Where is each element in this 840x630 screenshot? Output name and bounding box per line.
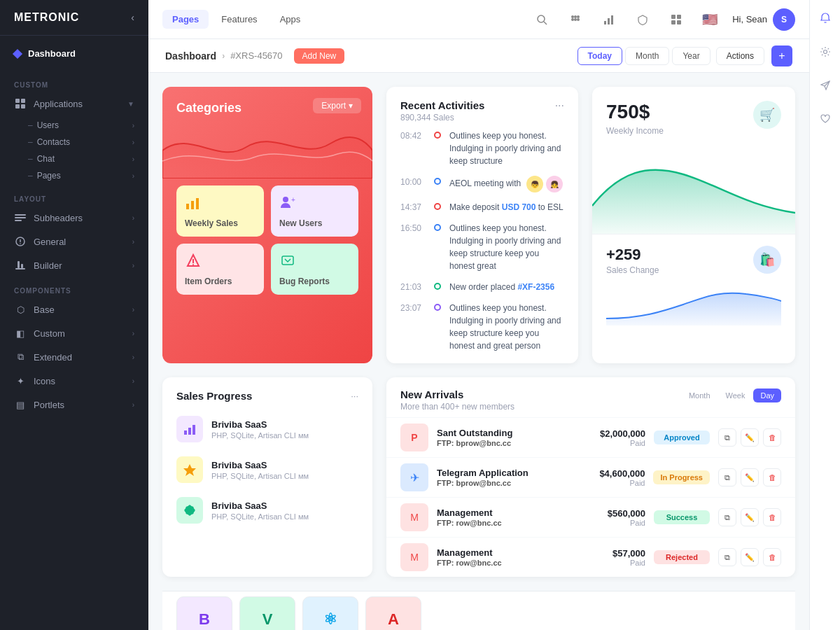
sidebar-item-extended[interactable]: ⧉ Extended › — [0, 345, 148, 369]
main-content: Categories Export ▾ — [148, 73, 809, 630]
activity-text-5: New order placed #XF-2356 — [449, 281, 564, 293]
sales-change-icon: 🛍️ — [753, 246, 781, 274]
contacts-dash-icon: – — [28, 137, 33, 147]
progress-sub-2: PHP, SQLite, Artisan CLI мм — [211, 472, 358, 480]
arrival-paid-4: Paid — [582, 559, 645, 567]
arrivals-week-btn[interactable]: Week — [719, 388, 752, 402]
svg-rect-0 — [15, 99, 20, 103]
ftp-label-4: FTP: — [437, 559, 454, 567]
category-tile-bug-reports[interactable]: Bug Reports — [271, 244, 358, 295]
category-tile-item-orders[interactable]: Item Orders — [176, 244, 264, 295]
sidebar-item-pages[interactable]: – Pages › — [28, 167, 148, 184]
main-area: Pages Features Apps 🇺🇸 Hi, Sean — [148, 0, 809, 630]
section-label-layout: LAYOUT — [0, 186, 148, 206]
progress-name-1: Briviba SaaS — [211, 419, 358, 430]
arrival-price-1: $2,000,000 — [582, 428, 645, 439]
sidebar-item-contacts[interactable]: – Contacts › — [28, 134, 148, 150]
subheader-plus-button[interactable]: + — [771, 46, 792, 66]
period-year-button[interactable]: Year — [672, 47, 710, 65]
actions-button[interactable]: Actions — [716, 47, 764, 65]
arrival-edit-btn-4[interactable]: ✏️ — [741, 548, 759, 566]
svg-rect-30 — [196, 198, 199, 209]
arrival-delete-btn-1[interactable]: 🗑 — [763, 428, 781, 447]
framework-vue[interactable]: V — [239, 596, 295, 631]
right-settings-icon[interactable] — [814, 41, 836, 63]
arrival-copy-btn-4[interactable]: ⧉ — [718, 548, 736, 566]
sidebar-item-users[interactable]: – Users › — [28, 117, 148, 134]
arrival-copy-btn-3[interactable]: ⧉ — [718, 508, 736, 526]
subheader-right-controls: Today Month Year Actions + — [578, 46, 792, 66]
arrivals-table: P Sant Outstanding FTP: bprow@bnc.cc $2,… — [386, 417, 795, 577]
user-avatar[interactable]: S — [773, 8, 795, 31]
search-icon[interactable] — [531, 8, 553, 31]
arrival-info-3: Management FTP: row@bnc.cc — [437, 507, 574, 527]
right-send-icon[interactable] — [814, 74, 836, 97]
arrivals-month-btn[interactable]: Month — [682, 388, 718, 402]
framework-angular[interactable]: A — [365, 596, 421, 631]
sidebar-collapse-btn[interactable]: ‹ — [131, 12, 134, 23]
arrival-delete-btn-3[interactable]: 🗑 — [763, 508, 781, 526]
arrival-edit-btn-2[interactable]: ✏️ — [741, 468, 759, 486]
arrival-delete-btn-4[interactable]: 🗑 — [763, 548, 781, 566]
custom-label: Custom — [34, 328, 65, 339]
builder-icon — [14, 259, 27, 272]
sidebar-dashboard-item[interactable]: Dashboard — [14, 43, 134, 64]
top-tabs: Pages Features Apps — [162, 10, 310, 29]
tab-apps[interactable]: Apps — [270, 10, 311, 29]
activity-dot-5 — [434, 283, 441, 290]
svg-rect-39 — [192, 425, 195, 435]
activity-time-1: 08:42 — [400, 130, 426, 141]
arrival-copy-btn-1[interactable]: ⧉ — [718, 428, 736, 447]
period-today-button[interactable]: Today — [578, 47, 622, 65]
custom-chevron: › — [132, 330, 134, 337]
sidebar-item-custom[interactable]: ◧ Custom › — [0, 321, 148, 345]
deposit-link[interactable]: USD 700 — [502, 202, 536, 212]
activity-list: 08:42 Outlines keep you honest. Indulgin… — [386, 130, 578, 363]
sidebar-item-base[interactable]: ⬡ Base › — [0, 298, 148, 321]
svg-point-20 — [577, 18, 580, 21]
shield-icon[interactable] — [631, 8, 654, 31]
sidebar-item-builder[interactable]: Builder › — [0, 253, 148, 277]
chart-icon[interactable] — [598, 8, 620, 31]
sidebar-item-chat[interactable]: – Chat › — [28, 150, 148, 167]
grid-icon[interactable] — [564, 8, 587, 31]
tab-features[interactable]: Features — [211, 10, 267, 29]
sidebar-item-icons[interactable]: ✦ Icons › — [0, 369, 148, 393]
sidebar-item-applications[interactable]: Applications ▼ — [0, 92, 148, 115]
sidebar-item-portlets[interactable]: ▤ Portlets › — [0, 393, 148, 416]
sidebar-item-subheaders[interactable]: Subheaders › — [0, 206, 148, 230]
arrival-delete-btn-2[interactable]: 🗑 — [763, 468, 781, 486]
activities-more-icon[interactable]: ··· — [555, 99, 564, 112]
arrival-name-2: Telegram Application — [437, 468, 573, 478]
add-new-button[interactable]: Add New — [294, 48, 345, 64]
period-month-button[interactable]: Month — [625, 47, 669, 65]
arrival-edit-btn-3[interactable]: ✏️ — [741, 508, 759, 526]
arrival-price-2: $4,600,000 — [582, 468, 645, 479]
sidebar-item-general[interactable]: General › — [0, 230, 148, 253]
arrival-paid-3: Paid — [582, 519, 645, 527]
arrival-copy-btn-2[interactable]: ⧉ — [718, 468, 736, 486]
flag-icon[interactable]: 🇺🇸 — [699, 8, 721, 31]
contacts-chevron-icon: › — [132, 139, 134, 146]
layout-icon[interactable] — [665, 8, 687, 31]
svg-rect-28 — [186, 204, 189, 209]
order-link[interactable]: #XF-2356 — [517, 282, 554, 292]
export-button[interactable]: Export ▾ — [313, 98, 361, 113]
status-badge-3: Success — [654, 510, 710, 524]
sales-progress-more-icon[interactable]: ··· — [351, 391, 358, 401]
category-tile-weekly-sales[interactable]: Weekly Sales — [176, 186, 264, 237]
right-bell-icon[interactable] — [814, 7, 836, 29]
category-tile-new-users[interactable]: + New Users — [271, 186, 358, 237]
framework-react[interactable]: ⚛ — [302, 596, 358, 631]
arrival-edit-btn-1[interactable]: ✏️ — [741, 428, 759, 447]
tab-pages[interactable]: Pages — [162, 10, 209, 29]
arrival-info-2: Telegram Application FTP: bprow@bnc.cc — [437, 468, 573, 487]
svg-point-43 — [188, 508, 192, 512]
top-navbar: Pages Features Apps 🇺🇸 Hi, Sean — [148, 0, 809, 39]
categories-grid: Weekly Sales + New Users Item Orders — [176, 186, 358, 295]
svg-rect-25 — [677, 15, 681, 19]
framework-bootstrap[interactable]: B — [176, 596, 232, 631]
arrivals-day-btn[interactable]: Day — [753, 388, 781, 402]
right-heart-icon[interactable] — [814, 108, 836, 130]
user-info[interactable]: Hi, Sean S — [732, 8, 795, 31]
